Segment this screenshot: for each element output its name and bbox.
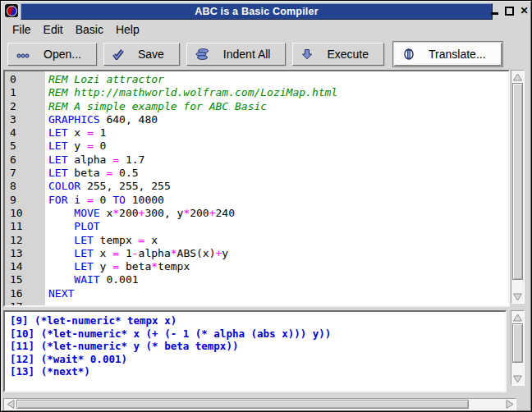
code-line: LET x = 1-alpha*ABS(x)+y — [48, 247, 508, 260]
scroll-down-arrow[interactable] — [511, 291, 524, 303]
line-number: 11 — [10, 220, 45, 233]
code-line: LET y = 0 — [48, 140, 508, 153]
scroll-thumb[interactable] — [512, 323, 523, 363]
code-line: LET x = 1 — [48, 126, 508, 140]
output-vscrollbar[interactable] — [511, 310, 525, 386]
line-number: 15 — [10, 273, 45, 286]
code-line: LET alpha = 1.7 — [48, 153, 508, 167]
code-editor[interactable]: 01234567891011121314151617 REM Lozi attr… — [3, 70, 510, 307]
line-number: 13 — [10, 247, 45, 260]
scroll-up-arrow[interactable] — [511, 311, 524, 323]
output-pane[interactable]: [9] (*let-numeric* tempx x)[10] (*let-nu… — [3, 310, 507, 392]
toolbar-button-label: Save — [131, 48, 171, 61]
line-number: 5 — [10, 140, 45, 153]
menu-item-basic[interactable]: Basic — [71, 21, 108, 38]
minimize-button[interactable] — [490, 6, 499, 16]
toolbar-button-label: Execute — [320, 48, 375, 61]
maximize-icon — [505, 7, 514, 16]
scroll-track[interactable] — [511, 323, 524, 373]
open-button[interactable]: Open... — [7, 43, 97, 66]
stack-icon — [195, 48, 209, 60]
scroll-left-arrow[interactable] — [4, 399, 16, 410]
code-line — [48, 300, 508, 305]
scroll-thumb[interactable] — [512, 83, 523, 280]
output-line: [11] (*let-numeric* y (* beta tempx)) — [10, 340, 505, 353]
editor-vscrollbar[interactable] — [511, 70, 525, 304]
code-line: REM Lozi attractor — [48, 73, 508, 86]
line-number: 16 — [10, 287, 45, 300]
code-line: REM http://mathworld.wolfram.com/LoziMap… — [48, 86, 508, 99]
title-row: ABC is a Basic Compiler ✕ — [3, 3, 529, 19]
line-number: 17 — [10, 300, 45, 307]
translate-button[interactable]: Translate... — [394, 43, 502, 66]
minimize-icon — [491, 12, 498, 15]
code-line: GRAPHICS 640, 480 — [48, 113, 508, 126]
scroll-track[interactable] — [16, 399, 503, 410]
toolbar-button-label: Translate... — [422, 48, 493, 61]
line-number: 0 — [10, 73, 45, 86]
code-line: WAIT 0.001 — [48, 273, 508, 286]
line-number: 9 — [10, 194, 45, 207]
indentall-button[interactable]: Indent All — [186, 43, 287, 66]
code-area[interactable]: REM Lozi attractorREM http://mathworld.w… — [45, 71, 508, 305]
scroll-track[interactable] — [511, 83, 524, 291]
down-arrow-icon — [301, 48, 313, 60]
code-line: MOVE x*200+300, y*200+240 — [48, 207, 508, 220]
line-number: 6 — [10, 153, 45, 167]
app-icon — [5, 4, 18, 17]
code-line: NEXT — [48, 287, 508, 300]
scroll-right-arrow[interactable] — [503, 399, 516, 410]
title-bar[interactable]: ABC is a Basic Compiler — [21, 3, 493, 20]
code-line: LET tempx = x — [48, 234, 508, 247]
output-hscrollbar[interactable] — [3, 398, 516, 410]
output-line: [9] (*let-numeric* tempx x) — [10, 314, 505, 327]
close-icon: ✕ — [520, 6, 528, 16]
scroll-down-arrow[interactable] — [511, 373, 524, 385]
line-number: 1 — [10, 86, 45, 99]
menu-item-file[interactable]: File — [7, 21, 36, 38]
line-number: 10 — [10, 207, 45, 220]
line-number: 7 — [10, 167, 45, 180]
circle-bar-icon — [403, 48, 415, 60]
code-line: LET y = beta*tempx — [48, 260, 508, 273]
window-title: ABC is a Basic Compiler — [195, 6, 318, 17]
execute-button[interactable]: Execute — [292, 43, 384, 66]
app-window: ABC is a Basic Compiler ✕ FileEditBasicH… — [0, 0, 532, 412]
menu-item-edit[interactable]: Edit — [39, 21, 68, 38]
output-line: [13] (*next*) — [10, 365, 505, 378]
toolbar-button-label: Open... — [37, 48, 88, 61]
output-line: [12] (*wait* 0.001) — [10, 353, 505, 366]
line-number: 14 — [10, 260, 45, 273]
maximize-button[interactable] — [505, 6, 514, 16]
line-number: 8 — [10, 180, 45, 193]
toolbar-button-label: Indent All — [217, 48, 277, 61]
line-number-gutter: 01234567891011121314151617 — [5, 71, 45, 305]
line-number: 3 — [10, 113, 45, 126]
output-line: [10] (*let-numeric* x (+ (- 1 (* alpha (… — [10, 327, 505, 341]
abc-logo-icon — [7, 6, 17, 16]
toolbar: Open...SaveIndent AllExecuteTranslate... — [2, 42, 530, 66]
save-button[interactable]: Save — [103, 43, 180, 66]
code-line: REM A simple example for ABC Basic — [48, 100, 508, 113]
check-icon — [112, 49, 124, 60]
code-line: PLOT — [48, 220, 508, 233]
scroll-thumb[interactable] — [16, 400, 469, 409]
close-button[interactable]: ✕ — [520, 6, 529, 16]
code-line: FOR i = 0 TO 10000 — [48, 194, 508, 207]
menubar: FileEditBasicHelp — [2, 21, 530, 39]
code-line: COLOR 255, 255, 255 — [48, 180, 508, 193]
window-controls: ✕ — [490, 4, 529, 17]
line-number: 2 — [10, 100, 45, 113]
menu-item-help[interactable]: Help — [111, 21, 144, 38]
line-number: 12 — [10, 234, 45, 247]
scroll-up-arrow[interactable] — [511, 71, 524, 83]
line-number: 4 — [10, 126, 45, 140]
ellipsis-icon — [16, 48, 30, 60]
code-line: LET beta = 0.5 — [48, 167, 508, 180]
